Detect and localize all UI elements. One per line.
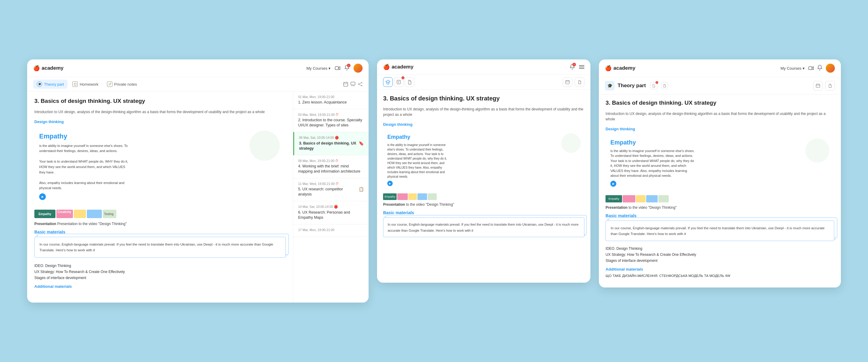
svg-rect-5: [351, 82, 355, 85]
screen3-link-ux-strategy[interactable]: UX Strategy: How To Research & Create On…: [606, 252, 834, 257]
sidebar-date-3: 06 Mar, Sat, 10:00-14:00 🔴: [299, 136, 364, 140]
screen2-tab-graduation[interactable]: [383, 77, 393, 87]
screen2-design-thinking-link[interactable]: Design thinking: [383, 122, 584, 127]
avatar: [353, 64, 363, 73]
screen3-theory-header: 🎓 Theory part •: [599, 77, 841, 94]
screen3-chevron: ▾: [803, 66, 805, 71]
video-call-button[interactable]: [335, 66, 340, 70]
svg-rect-1: [344, 82, 348, 86]
screen2-badge: •: [401, 76, 404, 79]
sidebar-item-3-active[interactable]: 06 Mar, Sat, 10:00-14:00 🔴 3. Basics of …: [293, 132, 369, 155]
tab-notes-label: Private notes: [114, 82, 137, 87]
screen2: 🍎 academy •: [377, 59, 590, 283]
tab-theory-part[interactable]: 🎓 Theory part: [33, 80, 67, 89]
screen3-notes-btn[interactable]: [661, 82, 668, 89]
sidebar-date-7: 17 Mar, Mon, 19:00-21:00: [298, 228, 364, 232]
screen3-link-stages[interactable]: Stages of interface development: [606, 258, 834, 263]
screen2-notification-badge: •: [572, 63, 576, 66]
screen2-file-button[interactable]: [575, 77, 584, 87]
sidebar-item-5[interactable]: 11 Mar, Wed, 19:00-21:00 ⏱ 5. UX researc…: [293, 178, 369, 201]
screen3-additional-link[interactable]: Additional materials: [606, 267, 834, 272]
svg-rect-14: [566, 81, 569, 84]
materials-box-container: In our course, English-language material…: [34, 237, 286, 258]
screen3-video-icon: [808, 66, 814, 70]
hamburger-icon: [579, 65, 584, 69]
screen2-block3: [408, 193, 417, 200]
screen2-file2-icon: [578, 80, 582, 84]
chat-button[interactable]: [350, 82, 355, 87]
sidebar-date-5: 11 Mar, Wed, 19:00-21:00 ⏱: [298, 182, 364, 186]
screen2-calendar-button[interactable]: [563, 77, 572, 87]
design-thinking-link[interactable]: Design thinking: [34, 119, 286, 124]
link-stages[interactable]: Stages of interface development: [34, 276, 286, 280]
notification-badge: •: [347, 64, 350, 67]
screen2-presentation: Presentation to the video "Design Thinki…: [383, 202, 584, 207]
sidebar-item-6[interactable]: 14 Mar, Sat, 10:00-14:00 🔴 6. UX Researc…: [293, 201, 369, 224]
screen3-empathy-title: Empathy: [610, 139, 830, 146]
screen2-empathy-desc: is the ability to imagine yourself in so…: [387, 143, 447, 179]
sidebar-lesson-2: 2. Introduction to the course. Specialty…: [298, 118, 364, 128]
screen3-block2: [623, 195, 635, 202]
my-courses-label: My Courses: [307, 66, 327, 71]
screen3-design-thinking-link[interactable]: Design thinking: [606, 127, 834, 131]
screen3-my-courses-label: My Courses: [781, 66, 801, 71]
screen3-video-button[interactable]: [808, 66, 814, 70]
screen3-file-button[interactable]: [825, 81, 835, 90]
sidebar-date-6: 14 Mar, Sat, 10:00-14:00 🔴: [298, 205, 364, 209]
screen2-logo: 🍎 academy: [383, 64, 413, 70]
share-button[interactable]: [358, 82, 363, 87]
screen2-audio-btn[interactable]: ▶: [387, 181, 393, 186]
screen2-menu-button[interactable]: [579, 65, 584, 69]
link-ideo[interactable]: IDEO. Design Thinking: [34, 264, 286, 268]
lesson-intro: Introduction to UX design, analysis of t…: [34, 109, 286, 115]
screen3-my-courses-button[interactable]: My Courses ▾: [781, 66, 805, 71]
tab-private-notes[interactable]: 📝 Private notes: [103, 80, 141, 89]
sidebar-item-2[interactable]: 03 Mar, Wed, 19:00-21:00 ⏱ 2. Introducti…: [293, 109, 369, 132]
tab-homework[interactable]: 📋 Homework: [69, 80, 102, 89]
screen3-badge-container: •: [650, 82, 657, 89]
screen2-file-icon: [407, 80, 412, 84]
screen3-badge-btn[interactable]: •: [650, 82, 657, 89]
screen2-basic-materials-link[interactable]: Basic materials: [383, 210, 584, 215]
audio-play-button[interactable]: ▶: [39, 193, 46, 200]
screen3-tab-actions: [813, 81, 835, 90]
svg-point-8: [361, 85, 362, 86]
sidebar-date-4: 09 Mar, Mon, 19:00-21:00 ⏱: [298, 159, 364, 163]
notes-icon: 📝: [107, 81, 113, 87]
notification-button[interactable]: •: [344, 65, 349, 72]
design-stages-blocks: Empathy Creativity Testing: [34, 210, 286, 218]
screen2-notification: •: [570, 64, 575, 70]
screen3-additional-item: ЩО ТАКЕ ДИЗАЙН-МИСЛЕННЯ: СТЕНФОРДСЬКА МО…: [606, 274, 834, 278]
screen2-bell-button[interactable]: •: [570, 64, 575, 70]
screen3-materials-box: In our course, English-language material…: [606, 221, 834, 241]
additional-materials-link[interactable]: Additional materials: [34, 284, 286, 289]
screen3-empathy-card: Empathy is the ability to imagine yourse…: [606, 135, 834, 191]
screen2-tab-file[interactable]: [405, 77, 414, 87]
screen1-header: 🍎 academy My Courses ▾ •: [27, 59, 369, 77]
screen2-materials-container: In our course, English-language material…: [383, 218, 584, 237]
sidebar-item-4[interactable]: 09 Mar, Mon, 19:00-21:00 ⏱ 4. Working wi…: [293, 155, 369, 178]
sidebar-date-1: 01 Mar, Mon, 19:00-21:00: [298, 95, 364, 99]
screen3-notification[interactable]: [817, 65, 822, 72]
screen3-lesson-title: 3. Basics of design thinking. UX strateg…: [606, 99, 834, 107]
screen3-materials-container: In our course, English-language material…: [606, 221, 834, 241]
sidebar-lesson-5: 5. UX research: competitor analysis: [298, 187, 357, 197]
calendar-button[interactable]: [343, 82, 348, 87]
logo-icon: 🍎: [33, 65, 40, 72]
screen3-calendar-icon: [816, 84, 820, 88]
sidebar-lesson-row-5: 5. UX research: competitor analysis 📋: [298, 187, 364, 197]
screen1-tabs: 🎓 Theory part 📋 Homework 📝 Private notes: [33, 80, 141, 89]
screen3-color-blocks: Empathy: [606, 195, 834, 202]
testing-block: Testing: [103, 210, 116, 218]
my-courses-button[interactable]: My Courses ▾: [307, 66, 331, 71]
sidebar-item-7[interactable]: 17 Mar, Mon, 19:00-21:00: [293, 224, 369, 237]
screen1-tab-nav: 🎓 Theory part 📋 Homework 📝 Private notes: [27, 77, 369, 91]
screen3-calendar-button[interactable]: [813, 81, 823, 90]
sidebar-item-1[interactable]: 01 Mar, Mon, 19:00-21:00 1. Zero lesson.…: [293, 91, 369, 109]
screen3-link-ideo[interactable]: IDEO. Design Thinking: [606, 247, 834, 251]
screen2-tab-badge[interactable]: •: [394, 77, 404, 87]
link-ux-strategy[interactable]: UX Strategy: How To Research & Create On…: [34, 270, 286, 274]
screen3-audio-btn[interactable]: ▶: [610, 181, 616, 187]
empathy-desc1: is the ability to imagine yourself in so…: [39, 143, 130, 191]
screen3-badge: •: [655, 81, 658, 84]
